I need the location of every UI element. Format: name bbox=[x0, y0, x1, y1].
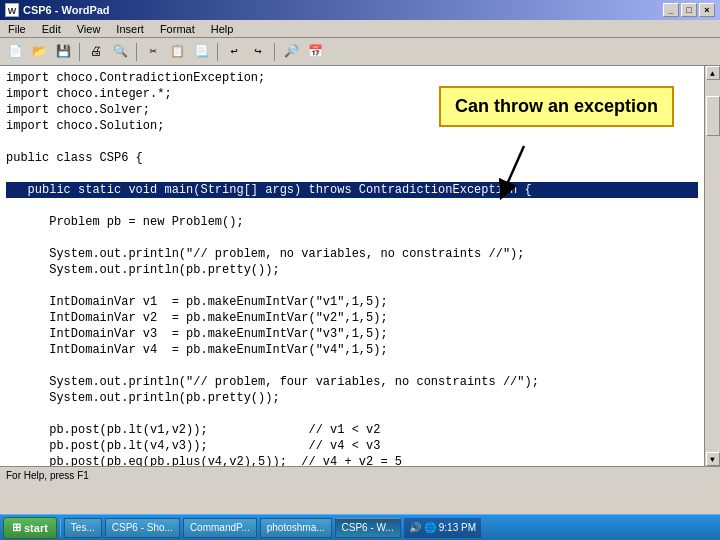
preview-button[interactable]: 🔍 bbox=[109, 41, 131, 63]
taskbar-sep-1 bbox=[60, 519, 61, 537]
title-bar: W CSP6 - WordPad _ □ × bbox=[0, 0, 720, 20]
code-line bbox=[6, 198, 698, 214]
main-area: Can throw an exception import choco.Cont… bbox=[0, 66, 720, 466]
code-line: System.out.println(pb.pretty()); bbox=[6, 262, 698, 278]
insert-date-button[interactable]: 📅 bbox=[304, 41, 326, 63]
copy-button[interactable]: 📋 bbox=[166, 41, 188, 63]
cut-button[interactable]: ✂ bbox=[142, 41, 164, 63]
annotation-arrow bbox=[494, 141, 554, 201]
open-button[interactable]: 📂 bbox=[28, 41, 50, 63]
code-line bbox=[6, 134, 698, 150]
undo-button[interactable]: ↩ bbox=[223, 41, 245, 63]
code-line bbox=[6, 230, 698, 246]
code-line: System.out.println(pb.pretty()); bbox=[6, 390, 698, 406]
system-tray: 🔊 🌐 9:13 PM bbox=[404, 518, 481, 538]
annotation-text: Can throw an exception bbox=[455, 96, 658, 116]
taskbar-item-5[interactable]: CSP6 - W... bbox=[335, 518, 401, 538]
new-button[interactable]: 📄 bbox=[4, 41, 26, 63]
paste-button[interactable]: 📃 bbox=[190, 41, 212, 63]
taskbar-item-4[interactable]: photoshma... bbox=[260, 518, 332, 538]
app-icon: W bbox=[5, 3, 19, 17]
code-line bbox=[6, 358, 698, 374]
code-line bbox=[6, 406, 698, 422]
menu-insert[interactable]: Insert bbox=[112, 22, 148, 36]
taskbar-item-1[interactable]: Tes... bbox=[64, 518, 102, 538]
window-title: CSP6 - WordPad bbox=[23, 4, 110, 16]
window-controls[interactable]: _ □ × bbox=[663, 3, 715, 17]
taskbar-item-2[interactable]: CSP6 - Sho... bbox=[105, 518, 180, 538]
code-line: System.out.println("// problem, no varia… bbox=[6, 246, 698, 262]
code-line bbox=[6, 278, 698, 294]
save-button[interactable]: 💾 bbox=[52, 41, 74, 63]
svg-line-0 bbox=[504, 146, 524, 191]
maximize-button[interactable]: □ bbox=[681, 3, 697, 17]
code-line: IntDomainVar v4 = pb.makeEnumIntVar("v4"… bbox=[6, 342, 698, 358]
taskbar: ⊞ start Tes... CSP6 - Sho... CommandP...… bbox=[0, 514, 720, 540]
toolbar-separator-4 bbox=[274, 43, 275, 61]
code-editor[interactable]: Can throw an exception import choco.Cont… bbox=[0, 66, 704, 466]
code-container: import choco.ContradictionException;impo… bbox=[6, 70, 698, 466]
taskbar-item-3[interactable]: CommandP... bbox=[183, 518, 257, 538]
code-line: pb.post(pb.lt(v4,v3)); // v4 < v3 bbox=[6, 438, 698, 454]
menu-format[interactable]: Format bbox=[156, 22, 199, 36]
code-line: IntDomainVar v2 = pb.makeEnumIntVar("v2"… bbox=[6, 310, 698, 326]
menu-bar: File Edit View Insert Format Help bbox=[0, 20, 720, 38]
code-line: IntDomainVar v3 = pb.makeEnumIntVar("v3"… bbox=[6, 326, 698, 342]
code-line: public class CSP6 { bbox=[6, 150, 698, 166]
code-line: IntDomainVar v1 = pb.makeEnumIntVar("v1"… bbox=[6, 294, 698, 310]
code-line bbox=[6, 166, 698, 182]
code-line: Problem pb = new Problem(); bbox=[6, 214, 698, 230]
toolbar: 📄 📂 💾 🖨 🔍 ✂ 📋 📃 ↩ ↪ 🔎 📅 bbox=[0, 38, 720, 66]
menu-edit[interactable]: Edit bbox=[38, 22, 65, 36]
find-button[interactable]: 🔎 bbox=[280, 41, 302, 63]
menu-help[interactable]: Help bbox=[207, 22, 238, 36]
print-button[interactable]: 🖨 bbox=[85, 41, 107, 63]
annotation-box: Can throw an exception bbox=[439, 86, 674, 127]
toolbar-separator-3 bbox=[217, 43, 218, 61]
code-line: public static void main(String[] args) t… bbox=[6, 182, 698, 198]
windows-logo-icon: ⊞ bbox=[12, 521, 21, 534]
tray-icon-2: 🌐 bbox=[424, 522, 436, 534]
clock: 9:13 PM bbox=[439, 522, 476, 533]
code-line: pb.post(pb.eq(pb.plus(v4,v2),5)); // v4 … bbox=[6, 454, 698, 466]
scroll-up-button[interactable]: ▲ bbox=[706, 66, 720, 80]
scroll-thumb[interactable] bbox=[706, 96, 720, 136]
start-label: start bbox=[24, 522, 48, 534]
code-line: System.out.println("// problem, four var… bbox=[6, 374, 698, 390]
minimize-button[interactable]: _ bbox=[663, 3, 679, 17]
scroll-down-button[interactable]: ▼ bbox=[706, 452, 720, 466]
menu-file[interactable]: File bbox=[4, 22, 30, 36]
status-text: For Help, press F1 bbox=[6, 470, 89, 481]
status-bar: For Help, press F1 bbox=[0, 466, 720, 484]
code-line: import choco.ContradictionException; bbox=[6, 70, 698, 86]
start-button[interactable]: ⊞ start bbox=[3, 517, 57, 539]
code-line: pb.post(pb.lt(v1,v2)); // v1 < v2 bbox=[6, 422, 698, 438]
vertical-scrollbar[interactable]: ▲ ▼ bbox=[704, 66, 720, 466]
menu-view[interactable]: View bbox=[73, 22, 105, 36]
tray-icon-1: 🔊 bbox=[409, 522, 421, 534]
toolbar-separator-1 bbox=[79, 43, 80, 61]
close-button[interactable]: × bbox=[699, 3, 715, 17]
redo-button[interactable]: ↪ bbox=[247, 41, 269, 63]
toolbar-separator-2 bbox=[136, 43, 137, 61]
